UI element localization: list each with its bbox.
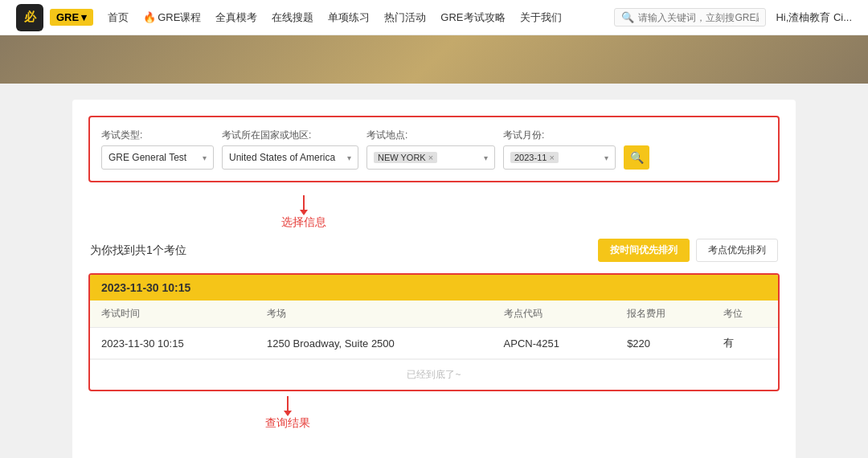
- main-content: 考试类型: GRE General Test ▾ 考试所在国家或地区: Unit…: [0, 84, 868, 458]
- month-tag-remove[interactable]: ×: [549, 153, 554, 162]
- search-icon: 🔍: [621, 11, 634, 23]
- result-card-header: 2023-11-30 10:15: [90, 275, 778, 301]
- exam-type-select[interactable]: GRE General Test ▾: [101, 145, 214, 170]
- exam-type-group: 考试类型: GRE General Test ▾: [101, 129, 214, 170]
- results-header: 为你找到共1个考位 按时间优先排列 考点优先排列: [88, 239, 780, 262]
- table-row[interactable]: 2023-11-30 10:15 1250 Broadway, Suite 25…: [90, 328, 778, 359]
- month-select[interactable]: 2023-11 × ▾: [503, 145, 616, 170]
- col-header-availability: 考位: [712, 301, 778, 328]
- col-header-venue: 考场: [256, 301, 493, 328]
- table-header-row: 考试时间 考场 考点代码 报名费用 考位: [90, 301, 778, 328]
- nav-hot-events[interactable]: 热门活动: [384, 10, 426, 25]
- location-tag: NEW YORK ×: [374, 152, 437, 163]
- arrow-head: [300, 210, 308, 215]
- nav-gre-courses[interactable]: 🔥 GRE课程: [143, 10, 201, 25]
- location-label: 考试地点:: [366, 129, 495, 142]
- search-input[interactable]: [638, 12, 759, 23]
- country-select[interactable]: United States of America ▾: [222, 145, 358, 170]
- chevron-down-icon: ▾: [81, 11, 87, 23]
- annotation-select: 选择信息: [281, 195, 326, 230]
- nav-strategy[interactable]: GRE考试攻略: [440, 10, 505, 25]
- content-container: 考试类型: GRE General Test ▾ 考试所在国家或地区: Unit…: [72, 100, 796, 458]
- col-header-code: 考点代码: [493, 301, 616, 328]
- cell-time: 2023-11-30 10:15: [90, 328, 256, 359]
- user-greeting[interactable]: Hi,渣柚教育 Ci...: [776, 10, 852, 25]
- col-header-time: 考试时间: [90, 301, 256, 328]
- search-box: 🔍: [614, 8, 766, 27]
- cell-venue: 1250 Broadway, Suite 2500: [256, 328, 493, 359]
- location-group: 考试地点: NEW YORK × ▾: [366, 129, 495, 170]
- result-table: 考试时间 考场 考点代码 报名费用 考位 2023-11-30 10:15 12…: [90, 301, 778, 359]
- cell-availability: 有: [712, 328, 778, 359]
- results-count: 为你找到共1个考位: [90, 243, 186, 258]
- gre-dropdown-button[interactable]: GRE ▾: [50, 9, 93, 26]
- search-button[interactable]: 🔍: [624, 145, 649, 170]
- month-group: 考试月份: 2023-11 × ▾: [503, 129, 616, 170]
- form-row: 考试类型: GRE General Test ▾ 考试所在国家或地区: Unit…: [101, 129, 767, 170]
- cell-fee: $220: [616, 328, 712, 359]
- arrow-line: [303, 195, 305, 210]
- annotation-select-area: 选择信息: [88, 195, 780, 235]
- fire-icon: 🔥: [143, 11, 156, 23]
- search-icon: 🔍: [630, 151, 644, 164]
- nav-mock-exam[interactable]: 全真模考: [215, 10, 257, 25]
- table-end-text: 已经到底了~: [90, 359, 778, 390]
- annotation-query-area: 查询结果: [88, 396, 780, 444]
- result-card: 2023-11-30 10:15 考试时间 考场 考点代码 报名费用 考位: [88, 273, 780, 391]
- nav-practice[interactable]: 单项练习: [328, 10, 370, 25]
- col-header-fee: 报名费用: [616, 301, 712, 328]
- month-tag: 2023-11 ×: [510, 152, 559, 163]
- hero-banner: [0, 35, 868, 84]
- annotation-query-label: 查询结果: [265, 416, 310, 431]
- nav-links: 首页 🔥 GRE课程 全真模考 在线搜题 单项练习 热门活动 GRE考试攻略 关…: [108, 10, 614, 25]
- arrow-head2: [284, 411, 292, 416]
- nav-search-questions[interactable]: 在线搜题: [272, 10, 313, 25]
- site-logo[interactable]: 必: [16, 4, 43, 31]
- chevron-down-icon: ▾: [203, 153, 207, 162]
- sort-by-location-button[interactable]: 考点优先排列: [696, 239, 778, 262]
- chevron-down-icon: ▾: [347, 153, 351, 162]
- search-form: 考试类型: GRE General Test ▾ 考试所在国家或地区: Unit…: [88, 116, 780, 182]
- sort-by-time-button[interactable]: 按时间优先排列: [598, 239, 690, 262]
- chevron-down-icon: ▾: [484, 153, 488, 162]
- arrow-line2: [287, 396, 289, 411]
- navbar: 必 GRE ▾ 首页 🔥 GRE课程 全真模考 在线搜题 单项练习 热门活动 G…: [0, 0, 868, 35]
- country-group: 考试所在国家或地区: United States of America ▾: [222, 129, 358, 170]
- annotation-query: 查询结果: [265, 396, 310, 431]
- month-label: 考试月份:: [503, 129, 616, 142]
- nav-home[interactable]: 首页: [108, 10, 129, 25]
- exam-type-label: 考试类型:: [101, 129, 214, 142]
- country-label: 考试所在国家或地区:: [222, 129, 358, 142]
- nav-about[interactable]: 关于我们: [520, 10, 562, 25]
- chevron-down-icon: ▾: [604, 153, 608, 162]
- annotation-select-label: 选择信息: [281, 215, 326, 230]
- location-tag-remove[interactable]: ×: [428, 153, 433, 162]
- cell-code: APCN-4251: [493, 328, 616, 359]
- location-select[interactable]: NEW YORK × ▾: [366, 145, 495, 170]
- sort-buttons: 按时间优先排列 考点优先排列: [598, 239, 778, 262]
